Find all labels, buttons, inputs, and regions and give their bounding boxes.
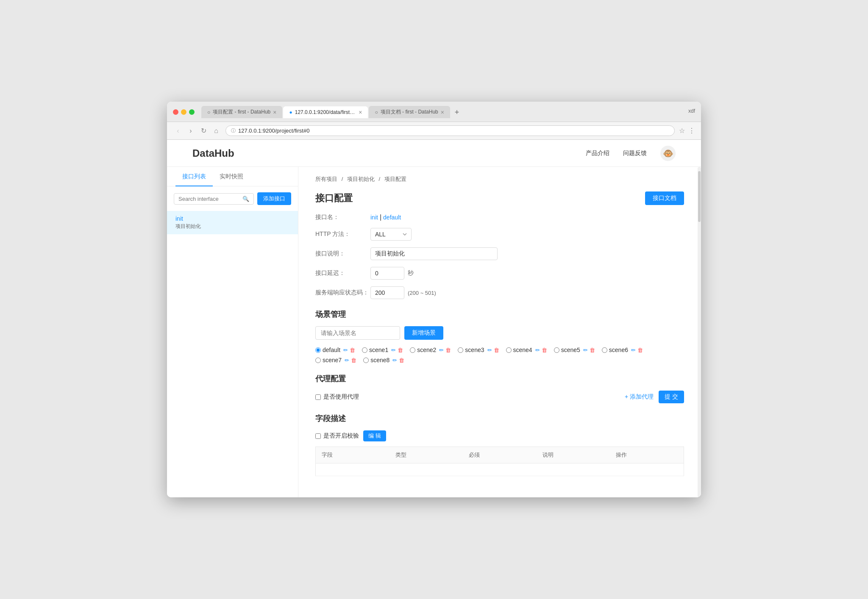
scene-delete-2[interactable]: 🗑 (445, 347, 451, 353)
submit-button[interactable]: 提 交 (659, 391, 684, 403)
breadcrumb-item-1[interactable]: 所有项目 (315, 176, 337, 182)
scene-edit-4[interactable]: ✏ (535, 347, 540, 353)
breadcrumb-item-3[interactable]: 项目配置 (384, 176, 406, 182)
sidebar-item-init[interactable]: init 项目初始化 (167, 211, 298, 234)
add-scene-button[interactable]: 新增场景 (404, 326, 443, 340)
scene-label-6: scene6 (609, 347, 628, 353)
http-method-label: HTTP 方法： (315, 230, 370, 238)
tab-title-2: 127.0.0.1:9200/data/first/init (295, 109, 356, 115)
home-button[interactable]: ⌂ (211, 126, 221, 136)
scene-radio-5[interactable] (554, 347, 559, 353)
nav-feedback[interactable]: 问题反馈 (623, 150, 647, 157)
sidebar-tab-realtime[interactable]: 实时快照 (213, 167, 250, 186)
scene-edit-default[interactable]: ✏ (343, 347, 348, 353)
scene-edit-7[interactable]: ✏ (345, 357, 349, 363)
tab-close-2[interactable]: × (359, 109, 362, 116)
fields-table: 字段 类型 必须 说明 操作 (315, 446, 684, 476)
delay-input[interactable] (370, 267, 404, 280)
add-interface-button[interactable]: 添加接口 (257, 192, 291, 205)
browser-tab-3[interactable]: ○ 项目文档 - first - DataHub × (369, 106, 450, 118)
scene-delete-1[interactable]: 🗑 (398, 347, 403, 353)
add-proxy-link[interactable]: + 添加代理 (625, 393, 654, 401)
app-logo: DataHub (192, 147, 234, 159)
form-row-description: 接口说明： (315, 247, 684, 260)
reload-button[interactable]: ↻ (198, 126, 209, 136)
sidebar-search-box[interactable]: 🔍 (174, 193, 254, 205)
sidebar-tab-interface-list[interactable]: 接口列表 (175, 167, 213, 186)
header-nav: 产品介绍 问题反馈 🐵 (586, 146, 676, 161)
scene-label-4: scene4 (513, 347, 532, 353)
scene-delete-6[interactable]: 🗑 (637, 347, 643, 353)
scene-item-5: scene5 ✏ 🗑 (554, 347, 595, 353)
enable-validation-checkbox[interactable] (315, 433, 321, 439)
new-tab-button[interactable]: + (451, 106, 463, 118)
scene-item-7: scene7 ✏ 🗑 (315, 357, 356, 363)
scene-radio-6[interactable] (602, 347, 607, 353)
scene-radio-2[interactable] (410, 347, 415, 353)
tab-close-1[interactable]: × (273, 109, 276, 116)
scene-radio-default[interactable] (315, 347, 321, 353)
scene-label-2: scene2 (417, 347, 436, 353)
bookmark-button[interactable]: ☆ (679, 127, 685, 135)
interface-doc-button[interactable]: 接口文档 (645, 191, 684, 205)
tab-icon-2: ● (289, 109, 292, 115)
scene-radio-7[interactable] (315, 358, 321, 363)
status-code-input[interactable] (370, 286, 404, 299)
edit-button[interactable]: 编 辑 (363, 430, 386, 441)
browser-tab-2[interactable]: ● 127.0.0.1:9200/data/first/init × (283, 106, 368, 118)
scene-edit-5[interactable]: ✏ (583, 347, 588, 353)
http-method-select[interactable]: ALL GET POST PUT DELETE PATCH (370, 228, 412, 241)
scene-radio-4[interactable] (506, 347, 512, 353)
browser-tab-1[interactable]: ○ 项目配置 - first - DataHub × (201, 106, 282, 118)
enable-validation-label[interactable]: 是否开启校验 (315, 432, 359, 440)
tab-close-3[interactable]: × (441, 109, 444, 116)
breadcrumb-item-2[interactable]: 项目初始化 (347, 176, 375, 182)
status-code-label: 服务端响应状态码： (315, 289, 370, 297)
scrollbar-thumb[interactable] (698, 171, 701, 222)
proxy-checkbox[interactable] (315, 394, 321, 400)
scene-edit-1[interactable]: ✏ (391, 347, 396, 353)
scene-name-input[interactable] (315, 326, 400, 340)
scene-radio-8[interactable] (363, 358, 369, 363)
description-input[interactable] (370, 247, 498, 260)
scene-management-title: 场景管理 (315, 309, 684, 319)
search-input[interactable] (178, 196, 240, 202)
interface-name-sep: | (380, 214, 381, 221)
scene-delete-7[interactable]: 🗑 (351, 357, 356, 363)
scene-delete-8[interactable]: 🗑 (399, 357, 404, 363)
user-avatar[interactable]: 🐵 (660, 146, 676, 161)
forward-button[interactable]: › (186, 126, 196, 136)
content-area: 所有项目 / 项目初始化 / 项目配置 接口配置 接口文档 接口名： init … (298, 167, 701, 497)
interface-name-link[interactable]: init (370, 214, 378, 221)
minimize-button[interactable] (181, 109, 186, 115)
scene-edit-3[interactable]: ✏ (487, 347, 492, 353)
scene-item-default: default ✏ 🗑 (315, 347, 355, 353)
delay-unit: 秒 (408, 269, 414, 277)
more-button[interactable]: ⋮ (688, 127, 695, 135)
interface-name-default[interactable]: default (383, 214, 401, 221)
scene-radio-3[interactable] (458, 347, 463, 353)
back-button[interactable]: ‹ (173, 126, 183, 136)
scene-edit-8[interactable]: ✏ (392, 357, 397, 363)
url-bar[interactable]: ⓘ 127.0.0.1:9200/project/first#0 (225, 125, 675, 136)
scene-delete-3[interactable]: 🗑 (494, 347, 499, 353)
nav-product-intro[interactable]: 产品介绍 (586, 150, 609, 157)
maximize-button[interactable] (189, 109, 195, 115)
scene-edit-6[interactable]: ✏ (631, 347, 636, 353)
scene-item-6: scene6 ✏ 🗑 (602, 347, 643, 353)
scene-delete-5[interactable]: 🗑 (590, 347, 595, 353)
sidebar-tabs: 接口列表 实时快照 (167, 167, 298, 186)
scene-radio-1[interactable] (362, 347, 367, 353)
scene-label-3: scene3 (465, 347, 484, 353)
scene-delete-default[interactable]: 🗑 (350, 347, 355, 353)
form-row-delay: 接口延迟： 秒 (315, 267, 684, 280)
close-button[interactable] (173, 109, 178, 115)
scene-edit-2[interactable]: ✏ (439, 347, 444, 353)
table-header-type: 类型 (389, 447, 463, 463)
form-row-interface-name: 接口名： init | default (315, 214, 684, 221)
lock-icon: ⓘ (231, 128, 236, 134)
scene-delete-4[interactable]: 🗑 (542, 347, 547, 353)
scrollbar-track[interactable] (698, 167, 701, 497)
table-header-actions: 操作 (610, 447, 684, 463)
proxy-checkbox-label[interactable]: 是否使用代理 (315, 393, 359, 401)
